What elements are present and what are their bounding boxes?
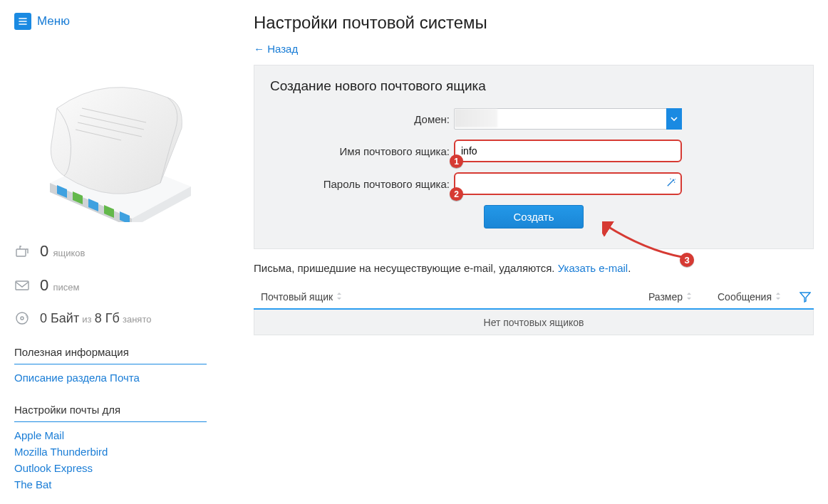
sidebar: Меню bbox=[0, 0, 219, 490]
quota-used: 0 Байт bbox=[40, 311, 79, 325]
col-mailbox[interactable]: Почтовый ящик bbox=[261, 291, 607, 303]
create-mailbox-panel: Создание нового почтового ящика Домен: .… bbox=[254, 65, 814, 249]
mailbox-password-label: Пароль почтового ящика: bbox=[270, 178, 454, 190]
menu-label: Меню bbox=[37, 14, 70, 28]
mail-illustration bbox=[14, 58, 200, 222]
stat-messages: 0 писем bbox=[14, 276, 219, 295]
link-outlook-express[interactable]: Outlook Express bbox=[14, 462, 93, 474]
hamburger-icon bbox=[14, 13, 31, 30]
callout-badge-2: 2 bbox=[450, 187, 463, 201]
filter-icon[interactable] bbox=[799, 291, 811, 305]
mailbox-name-label: Имя почтового ящика: bbox=[270, 145, 454, 157]
svg-point-17 bbox=[16, 313, 28, 324]
panel-title: Создание нового почтового ящика bbox=[270, 78, 797, 94]
back-link[interactable]: ← Назад bbox=[254, 43, 298, 55]
link-the-bat[interactable]: The Bat bbox=[14, 478, 52, 490]
mailbox-password-input[interactable] bbox=[454, 172, 682, 195]
section-useful-info: Полезная информация bbox=[14, 346, 207, 364]
table-header: Почтовый ящик Размер Сообщения bbox=[254, 285, 814, 310]
link-thunderbird[interactable]: Mozilla Thunderbird bbox=[14, 446, 108, 458]
table-empty-row: Нет почтовых ящиков bbox=[254, 310, 814, 335]
quota-total: 8 Гб bbox=[95, 311, 120, 325]
domain-select[interactable]: .ru bbox=[454, 108, 682, 130]
messages-count: 0 bbox=[40, 276, 48, 294]
sort-icon bbox=[775, 291, 782, 303]
specify-email-link[interactable]: Указать e-mail bbox=[558, 262, 628, 274]
quota-used-label: занято bbox=[123, 314, 151, 325]
note-dot: . bbox=[628, 262, 631, 274]
deleted-mail-note: Письма, пришедшие на несуществующие e-ma… bbox=[254, 262, 814, 274]
disk-icon bbox=[14, 310, 30, 326]
messages-label: писем bbox=[53, 282, 79, 293]
mailboxes-count: 0 bbox=[40, 242, 48, 260]
svg-rect-16 bbox=[16, 281, 29, 290]
row-mailbox-password: Пароль почтового ящика: 2 bbox=[270, 172, 797, 195]
quota-of: из bbox=[82, 314, 91, 325]
svg-rect-15 bbox=[16, 249, 26, 256]
link-mail-description[interactable]: Описание раздела Почта bbox=[14, 372, 140, 384]
stat-quota: 0 Байт из 8 Гб занято bbox=[14, 310, 219, 326]
client-links: Apple Mail Mozilla Thunderbird Outlook E… bbox=[14, 429, 219, 490]
mailbox-name-input[interactable] bbox=[454, 140, 682, 162]
link-apple-mail[interactable]: Apple Mail bbox=[14, 429, 64, 441]
stat-mailboxes: 0 ящиков bbox=[14, 242, 219, 261]
create-button[interactable]: Создать bbox=[484, 205, 583, 229]
domain-label: Домен: bbox=[270, 113, 454, 125]
sidebar-stats: 0 ящиков 0 писем 0 Байт из 8 Гб занято bbox=[14, 242, 219, 326]
mailboxes-table: Почтовый ящик Размер Сообщения Нет почто… bbox=[254, 285, 814, 335]
section-mail-clients: Настройки почты для bbox=[14, 404, 207, 422]
generate-password-icon[interactable] bbox=[666, 177, 676, 190]
row-mailbox-name: Имя почтового ящика: 1 bbox=[270, 140, 797, 162]
page-title: Настройки почтовой системы bbox=[254, 13, 814, 33]
main-content: Настройки почтовой системы ← Назад Созда… bbox=[219, 0, 828, 490]
mailboxes-label: ящиков bbox=[53, 248, 85, 258]
callout-badge-1: 1 bbox=[450, 154, 463, 168]
mailbox-icon bbox=[14, 243, 30, 259]
menu-button[interactable]: Меню bbox=[14, 13, 70, 30]
note-text: Письма, пришедшие на несуществующие e-ma… bbox=[254, 262, 558, 274]
row-domain: Домен: .ru bbox=[270, 108, 797, 130]
sort-icon bbox=[336, 291, 343, 303]
envelope-icon bbox=[14, 278, 30, 293]
col-messages[interactable]: Сообщения bbox=[693, 291, 807, 303]
col-size[interactable]: Размер bbox=[607, 291, 693, 303]
svg-point-18 bbox=[21, 317, 24, 320]
sort-icon bbox=[685, 291, 693, 303]
